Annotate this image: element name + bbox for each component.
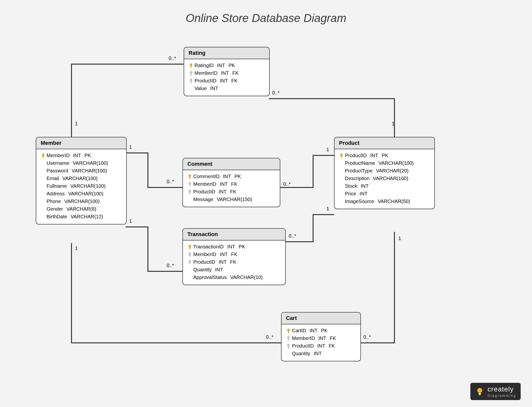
key-icon bbox=[186, 182, 193, 186]
field-name: MemberID bbox=[193, 252, 220, 257]
entity-member[interactable]: Member MemberID INT PK Username VARCHAR(… bbox=[36, 137, 127, 224]
field-role: FK bbox=[230, 189, 236, 195]
field-name: Fullname bbox=[47, 183, 70, 189]
field-row: Quantity INT bbox=[285, 350, 356, 357]
field-name: Quantity bbox=[292, 351, 314, 356]
card-product-rating-many: 0..* bbox=[271, 90, 281, 96]
field-role: PK bbox=[234, 174, 241, 179]
svg-point-0 bbox=[477, 388, 482, 393]
entity-product-body: ProductID INT PK ProductName VARCHAR(100… bbox=[335, 149, 434, 209]
field-type: INT bbox=[318, 335, 330, 341]
field-type: INT bbox=[361, 183, 372, 189]
key-icon bbox=[188, 71, 195, 75]
entity-rating[interactable]: Rating RatingID INT PK MemberID INT FK P… bbox=[184, 47, 270, 96]
key-icon bbox=[188, 63, 195, 68]
field-name: Stock bbox=[345, 183, 361, 189]
field-name: MemberID bbox=[193, 181, 220, 187]
card-product-cart-many: 0..* bbox=[362, 334, 372, 340]
field-row: Email VARCHAR(100) bbox=[40, 175, 122, 182]
card-product-cart-1: 1 bbox=[397, 236, 402, 241]
field-role: FK bbox=[232, 70, 239, 76]
field-name: TransactionID bbox=[193, 244, 227, 250]
diagram-title: Online Store Database Diagram bbox=[0, 11, 532, 25]
field-type: VARCHAR(150) bbox=[217, 197, 255, 202]
field-type: INT bbox=[215, 267, 226, 273]
field-type: INT bbox=[310, 328, 321, 333]
field-name: MemberID bbox=[47, 153, 73, 158]
field-row: Quantity INT bbox=[186, 266, 281, 274]
card-member-comment-many: 0..* bbox=[166, 179, 175, 185]
diagram-canvas: Online Store Database Diagram 1 0..* 1 0… bbox=[0, 0, 532, 407]
field-type: INT bbox=[317, 343, 329, 349]
key-icon bbox=[285, 336, 292, 341]
field-type: INT bbox=[210, 86, 222, 91]
field-row: ProductID INT FK bbox=[188, 77, 265, 85]
field-row: MemberID INT FK bbox=[188, 69, 265, 77]
key-icon bbox=[186, 190, 193, 194]
field-name: Address bbox=[47, 191, 68, 197]
field-type: INT bbox=[223, 174, 234, 179]
entity-member-body: MemberID INT PK Username VARCHAR(100) Pa… bbox=[36, 149, 126, 224]
field-row: CartID INT PK bbox=[285, 327, 356, 334]
key-icon bbox=[186, 174, 193, 179]
field-type: INT bbox=[360, 191, 371, 197]
field-role: PK bbox=[321, 328, 328, 333]
card-member-comment-1: 1 bbox=[128, 144, 133, 150]
key-icon bbox=[40, 153, 47, 158]
field-row: Fullname VARCHAR(100) bbox=[40, 182, 122, 190]
field-type: VARCHAR(10) bbox=[230, 275, 266, 280]
field-row: ProductID INT PK bbox=[338, 152, 430, 159]
field-type: INT bbox=[370, 153, 382, 158]
field-type: VARCHAR(12) bbox=[71, 214, 106, 220]
field-row: TransactionID INT PK bbox=[186, 243, 281, 251]
entity-member-title: Member bbox=[36, 137, 126, 149]
field-row: ApprovalStatus VARCHAR(10) bbox=[186, 274, 281, 281]
entity-transaction[interactable]: Transaction TransactionID INT PK MemberI… bbox=[182, 228, 286, 285]
entity-cart[interactable]: Cart CartID INT PK MemberID INT FK Produ… bbox=[281, 312, 361, 361]
field-name: ImageSource bbox=[345, 199, 378, 204]
entity-product[interactable]: Product ProductID INT PK ProductName VAR… bbox=[334, 137, 435, 209]
field-row: ProductID INT FK bbox=[186, 188, 275, 196]
card-member-rating-1: 1 bbox=[74, 121, 79, 127]
field-row: Value INT bbox=[188, 85, 265, 92]
field-type: VARCHAR(100) bbox=[378, 160, 417, 166]
field-row: Address VARCHAR(100) bbox=[40, 190, 122, 198]
field-role: FK bbox=[230, 259, 236, 265]
field-row: Stock INT bbox=[338, 182, 430, 190]
field-name: ProductID bbox=[195, 78, 220, 84]
field-row: Phone VARCHAR(100) bbox=[40, 198, 122, 205]
field-type: INT bbox=[73, 153, 84, 158]
field-type: VARCHAR(100) bbox=[373, 176, 412, 181]
field-name: Email bbox=[47, 176, 62, 181]
field-row: CommentID INT PK bbox=[186, 173, 275, 180]
card-member-rating-many: 0..* bbox=[168, 56, 177, 61]
field-row: Gender VARCHAR(8) bbox=[40, 205, 122, 213]
field-type: INT bbox=[221, 70, 232, 76]
field-type: VARCHAR(20) bbox=[376, 168, 412, 174]
field-type: INT bbox=[217, 63, 229, 68]
field-name: Description bbox=[345, 176, 373, 181]
field-row: ProductID INT FK bbox=[186, 258, 281, 266]
field-name: ApprovalStatus bbox=[193, 275, 230, 280]
field-name: ProductType bbox=[345, 168, 376, 174]
key-icon bbox=[338, 153, 345, 158]
field-type: INT bbox=[314, 351, 325, 356]
field-row: RatingID INT PK bbox=[188, 62, 265, 69]
field-row: ImageSource VARCHAR(50) bbox=[338, 198, 430, 205]
entity-comment[interactable]: Comment CommentID INT PK MemberID INT FK… bbox=[182, 158, 280, 207]
entity-transaction-title: Transaction bbox=[183, 229, 285, 240]
field-name: MemberID bbox=[292, 335, 318, 341]
field-type: INT bbox=[220, 78, 231, 84]
entity-cart-body: CartID INT PK MemberID INT FK ProductID … bbox=[282, 324, 360, 361]
field-name: CartID bbox=[292, 328, 310, 333]
field-row: MemberID INT FK bbox=[186, 251, 281, 258]
entity-cart-title: Cart bbox=[282, 313, 360, 324]
key-icon bbox=[186, 260, 193, 264]
field-role: FK bbox=[231, 78, 238, 84]
field-name: Username bbox=[47, 160, 73, 166]
field-name: ProductID bbox=[193, 189, 219, 195]
field-row: MemberID INT PK bbox=[40, 152, 122, 159]
card-member-trans-many: 0..* bbox=[166, 263, 175, 268]
field-type: VARCHAR(100) bbox=[68, 191, 107, 197]
creately-logo: creately Diagramming bbox=[470, 383, 521, 400]
